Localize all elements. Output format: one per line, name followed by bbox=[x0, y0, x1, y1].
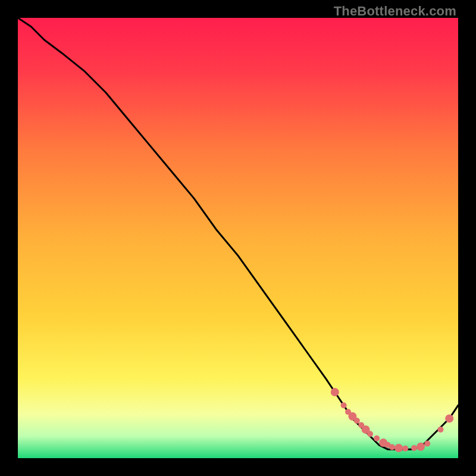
marker-point bbox=[374, 436, 380, 441]
curve-path bbox=[18, 18, 458, 449]
marker-group bbox=[331, 388, 453, 452]
marker-point bbox=[354, 418, 360, 424]
marker-point bbox=[424, 441, 430, 447]
marker-point bbox=[445, 414, 453, 422]
watermark-text: TheBottleneck.com bbox=[334, 4, 456, 19]
curve-svg bbox=[18, 18, 458, 458]
marker-point bbox=[394, 444, 403, 452]
marker-point bbox=[411, 445, 417, 451]
marker-point bbox=[331, 388, 339, 396]
marker-point bbox=[416, 443, 425, 451]
chart-frame: TheBottleneck.com bbox=[0, 0, 476, 476]
marker-point bbox=[389, 444, 395, 450]
marker-point bbox=[341, 402, 347, 408]
marker-point bbox=[437, 427, 443, 433]
marker-point bbox=[402, 446, 408, 452]
marker-point bbox=[367, 431, 373, 437]
plot-area bbox=[18, 18, 458, 458]
